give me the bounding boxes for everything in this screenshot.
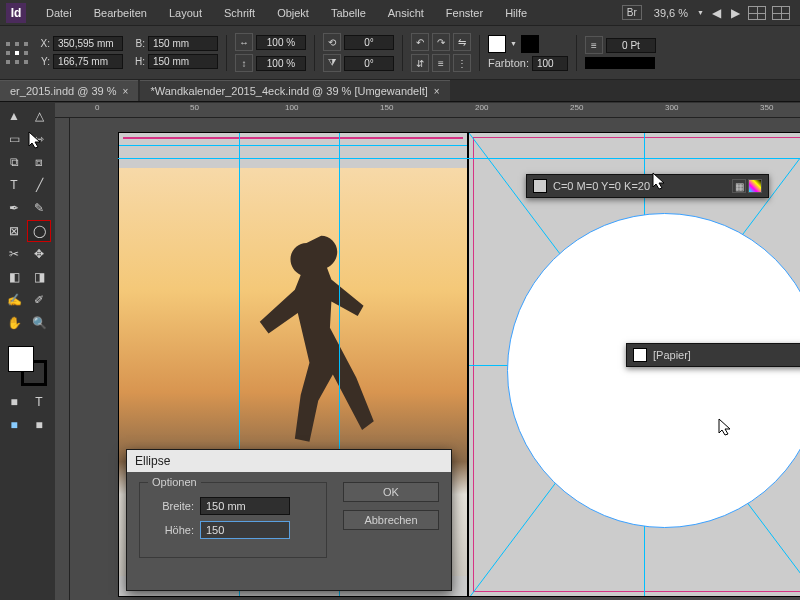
stroke-style[interactable]: [585, 57, 655, 69]
scale-y-icon: ↕: [235, 54, 253, 72]
rotate-input[interactable]: [344, 35, 394, 50]
screen-mode-icon[interactable]: [772, 6, 790, 20]
fill-stroke-swatches[interactable]: [8, 346, 47, 386]
menu-window[interactable]: Fenster: [436, 3, 493, 23]
image-figure: [251, 201, 397, 487]
ellipse-dialog[interactable]: Ellipse Optionen Breite: Höhe: OK Abbrec…: [126, 449, 452, 591]
height-label: Höhe:: [150, 524, 194, 536]
shear-icon: ⧩: [323, 54, 341, 72]
line-tool[interactable]: ╱: [27, 174, 51, 196]
scale-x-input[interactable]: [256, 35, 306, 50]
cmyk-icon: [748, 179, 762, 193]
swatch-tooltip-paper[interactable]: [Papier]: [626, 343, 800, 367]
options-legend: Optionen: [148, 476, 201, 488]
stroke-swatch[interactable]: [521, 35, 539, 53]
close-icon[interactable]: ×: [434, 86, 440, 97]
swatch-sample-icon: [633, 348, 647, 362]
document-tabs: er_2015.indd @ 39 % × *Wandkalender_2015…: [0, 80, 800, 102]
ellipse-tool[interactable]: ◯: [27, 220, 51, 242]
swatch-tooltip[interactable]: C=0 M=0 Y=0 K=20 ▦: [526, 174, 769, 198]
width-label: Breite:: [150, 500, 194, 512]
h-input[interactable]: [148, 54, 218, 69]
menu-object[interactable]: Objekt: [267, 3, 319, 23]
zoom-level[interactable]: 39,6 %: [648, 5, 694, 21]
preview-view[interactable]: ■: [27, 414, 51, 436]
rectangle-frame-tool[interactable]: ⊠: [2, 220, 26, 242]
arrange-icon[interactable]: [748, 6, 766, 20]
pencil-tool[interactable]: ✎: [27, 197, 51, 219]
x-input[interactable]: [53, 36, 123, 51]
farbton-label: Farbton:: [488, 57, 529, 69]
y-label: Y:: [36, 56, 50, 67]
hand-tool[interactable]: ✋: [2, 312, 26, 334]
fill-color[interactable]: [8, 346, 34, 372]
fill-dropdown-icon[interactable]: ▼: [510, 40, 517, 47]
tab-doc-2[interactable]: *Wandkalender_2015_4eck.indd @ 39 % [Umg…: [140, 80, 449, 101]
farbton-input[interactable]: [532, 56, 568, 71]
content-collector-tool[interactable]: ⧉: [2, 151, 26, 173]
normal-view[interactable]: ■: [2, 414, 26, 436]
zoom-tool[interactable]: 🔍: [27, 312, 51, 334]
h-label: H:: [131, 56, 145, 67]
cursor-icon: [28, 131, 42, 149]
shear-input[interactable]: [344, 56, 394, 71]
rotate-cw-icon[interactable]: ↷: [432, 33, 450, 51]
content-placer-tool[interactable]: ⧈: [27, 151, 51, 173]
apply-text[interactable]: T: [27, 391, 51, 413]
swatch-name: C=0 M=0 Y=0 K=20: [553, 180, 650, 192]
gradient-swatch-tool[interactable]: ◧: [2, 266, 26, 288]
swatch-sample-icon: [533, 179, 547, 193]
tab-label: *Wandkalender_2015_4eck.indd @ 39 % [Umg…: [150, 85, 427, 97]
w-input[interactable]: [148, 36, 218, 51]
close-icon[interactable]: ×: [123, 86, 129, 97]
fill-swatch[interactable]: [488, 35, 506, 53]
menu-file[interactable]: Datei: [36, 3, 82, 23]
y-input[interactable]: [53, 54, 123, 69]
selection-tool[interactable]: ▲: [2, 105, 26, 127]
global-swatch-icon: ▦: [732, 179, 746, 193]
direct-selection-tool[interactable]: △: [27, 105, 51, 127]
height-input[interactable]: [200, 521, 290, 539]
rotate-ccw-icon[interactable]: ↶: [411, 33, 429, 51]
gradient-feather-tool[interactable]: ◨: [27, 266, 51, 288]
type-tool[interactable]: T: [2, 174, 26, 196]
x-label: X:: [36, 38, 50, 49]
flip-v-icon[interactable]: ⇵: [411, 54, 429, 72]
menu-help[interactable]: Hilfe: [495, 3, 537, 23]
flip-h-icon[interactable]: ⇋: [453, 33, 471, 51]
bridge-badge[interactable]: Br: [622, 5, 642, 20]
rotate-icon: ⟲: [323, 33, 341, 51]
cursor-icon: [652, 172, 666, 190]
note-tool[interactable]: ✍: [2, 289, 26, 311]
dialog-title: Ellipse: [127, 450, 451, 472]
ok-button[interactable]: OK: [343, 482, 439, 502]
scale-y-input[interactable]: [256, 56, 306, 71]
reference-point[interactable]: [6, 42, 28, 64]
tab-doc-1[interactable]: er_2015.indd @ 39 % ×: [0, 80, 138, 101]
free-transform-tool[interactable]: ✥: [27, 243, 51, 265]
align-icon[interactable]: ≡: [432, 54, 450, 72]
swatch-name: [Papier]: [653, 349, 691, 361]
distribute-icon[interactable]: ⋮: [453, 54, 471, 72]
dialog-options-group: Optionen Breite: Höhe:: [139, 482, 327, 558]
apply-color[interactable]: ■: [2, 391, 26, 413]
menu-table[interactable]: Tabelle: [321, 3, 376, 23]
tab-label: er_2015.indd @ 39 %: [10, 85, 117, 97]
menu-layout[interactable]: Layout: [159, 3, 212, 23]
width-input[interactable]: [200, 497, 290, 515]
nav-next-icon[interactable]: ▶: [729, 6, 742, 20]
app-logo: Id: [6, 3, 26, 23]
menu-type[interactable]: Schrift: [214, 3, 265, 23]
nav-prev-icon[interactable]: ◀: [710, 6, 723, 20]
menu-view[interactable]: Ansicht: [378, 3, 434, 23]
menu-edit[interactable]: Bearbeiten: [84, 3, 157, 23]
scissors-tool[interactable]: ✂: [2, 243, 26, 265]
stroke-weight-input[interactable]: [606, 38, 656, 53]
pen-tool[interactable]: ✒: [2, 197, 26, 219]
eyedropper-tool[interactable]: ✐: [27, 289, 51, 311]
zoom-dropdown-icon[interactable]: ▼: [697, 9, 704, 16]
cursor-icon: [718, 418, 732, 436]
page-tool[interactable]: ▭: [2, 128, 26, 150]
ruler-horizontal: 0 50 100 150 200 250 300 350: [55, 103, 800, 118]
cancel-button[interactable]: Abbrechen: [343, 510, 439, 530]
